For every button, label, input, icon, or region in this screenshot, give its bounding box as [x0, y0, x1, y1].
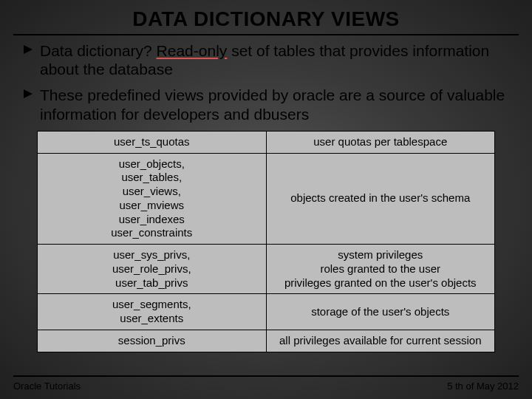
bullet1-emphasis: Read-only [157, 42, 228, 59]
cell-line: roles granted to the user [274, 262, 488, 276]
bullet-text: These predefined views provided by oracl… [40, 86, 510, 123]
bullet-arrow-icon [22, 88, 34, 100]
cell-line: user_tables, [45, 171, 259, 185]
footer-divider [13, 375, 519, 377]
cell-line: user_mviews [45, 199, 259, 213]
cell-line: user_indexes [45, 213, 259, 227]
footer-left: Oracle Tutorials [13, 381, 81, 392]
bullet-item: Data dictionary? Read-only set of tables… [22, 41, 510, 78]
view-names-cell: session_privs [38, 330, 267, 352]
cell-line: objects created in the user's schema [274, 191, 488, 205]
view-names-cell: user_ts_quotas [38, 131, 267, 153]
svg-marker-0 [24, 45, 33, 54]
cell-line: user quotas per tablespace [274, 135, 488, 149]
title-underline [13, 34, 519, 35]
description-cell: all privileges available for current ses… [266, 330, 495, 352]
view-names-cell: user_sys_privs,user_role_privs,user_tab_… [38, 245, 267, 294]
table-row: user_objects,user_tables,user_views,user… [38, 153, 495, 245]
slide: DATA DICTIONARY VIEWS Data dictionary? R… [0, 0, 532, 399]
footer: Oracle Tutorials 5 th of May 2012 [13, 381, 519, 392]
bullet-text: Data dictionary? Read-only set of tables… [40, 41, 510, 78]
cell-line: user_ts_quotas [45, 135, 259, 149]
table-row: user_segments,user_extentsstorage of the… [38, 294, 495, 330]
cell-line: user_tab_privs [45, 276, 259, 290]
cell-line: session_privs [45, 334, 259, 348]
cell-line: user_views, [45, 185, 259, 199]
cell-line: storage of the user's objects [274, 305, 488, 319]
description-cell: system privilegesroles granted to the us… [266, 245, 495, 294]
view-names-cell: user_segments,user_extents [38, 294, 267, 330]
cell-line: user_segments, [45, 298, 259, 312]
view-names-cell: user_objects,user_tables,user_views,user… [38, 153, 267, 245]
page-title: DATA DICTIONARY VIEWS [0, 0, 532, 31]
cell-line: user_constraints [45, 226, 259, 240]
cell-line: user_role_privs, [45, 262, 259, 276]
description-cell: user quotas per tablespace [266, 131, 495, 153]
cell-line: privileges granted on the user's objects [274, 276, 488, 290]
footer-right: 5 th of May 2012 [447, 381, 519, 392]
description-cell: objects created in the user's schema [266, 153, 495, 245]
cell-line: user_objects, [45, 157, 259, 171]
cell-line: user_extents [45, 312, 259, 326]
bullet-arrow-icon [22, 44, 34, 55]
description-cell: storage of the user's objects [266, 294, 495, 330]
cell-line: all privileges available for current ses… [274, 334, 488, 348]
cell-line: system privileges [274, 248, 488, 262]
table-row: user_sys_privs,user_role_privs,user_tab_… [38, 245, 495, 294]
bullet1-prefix: Data dictionary? [40, 42, 157, 59]
cell-line: user_sys_privs, [45, 248, 259, 262]
table-row: user_ts_quotasuser quotas per tablespace [38, 131, 495, 153]
bullet-list: Data dictionary? Read-only set of tables… [0, 41, 532, 123]
bullet-item: These predefined views provided by oracl… [22, 86, 510, 123]
dictionary-table: user_ts_quotasuser quotas per tablespace… [37, 131, 495, 352]
svg-marker-1 [24, 89, 33, 98]
table-row: session_privsall privileges available fo… [38, 330, 495, 352]
